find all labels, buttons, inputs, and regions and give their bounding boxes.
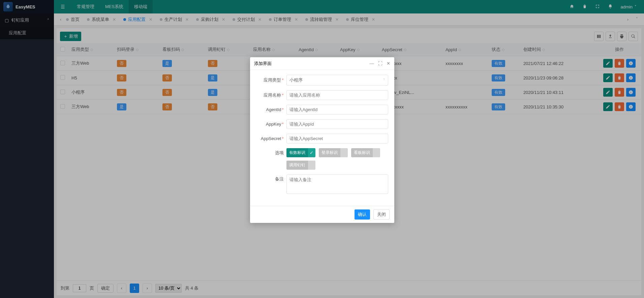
switch-valid[interactable]: 有效标识✓: [286, 148, 315, 157]
app-secret-input[interactable]: [286, 134, 388, 143]
remark-input[interactable]: [286, 174, 388, 194]
app-type-select[interactable]: 小程序 ˅: [286, 75, 388, 86]
minimize-icon[interactable]: —: [370, 61, 374, 66]
maximize-icon[interactable]: ⛶: [378, 61, 382, 66]
app-name-input[interactable]: [286, 90, 388, 100]
chevron-down-icon: ˅: [383, 78, 385, 82]
app-key-label: AppKey: [266, 122, 281, 127]
app-type-label: 应用类型: [264, 77, 281, 82]
app-secret-label: AppSecret: [261, 136, 281, 141]
remark-label: 备注: [275, 176, 284, 181]
switch-login[interactable]: 登录标识: [319, 148, 348, 157]
app-type-value: 小程序: [289, 77, 303, 83]
switch-board[interactable]: 看板标识: [351, 148, 380, 157]
close-icon[interactable]: ✕: [387, 61, 390, 66]
check-icon: ✓: [308, 148, 315, 157]
switch-call-ding[interactable]: 调用钉钉: [286, 161, 315, 170]
options-label: 选项: [275, 150, 284, 155]
app-name-label: 应用名称: [264, 93, 281, 98]
add-modal: 添加界面 — ⛶ ✕ 应用类型* 小程序 ˅ 应用名称*: [250, 57, 394, 223]
app-key-input[interactable]: [286, 119, 388, 129]
agent-id-label: AgentId: [266, 107, 281, 112]
agent-id-input[interactable]: [286, 105, 388, 114]
modal-confirm-button[interactable]: 确认: [355, 209, 370, 220]
modal-cancel-button[interactable]: 关闭: [373, 209, 390, 220]
modal-title: 添加界面: [254, 61, 272, 67]
